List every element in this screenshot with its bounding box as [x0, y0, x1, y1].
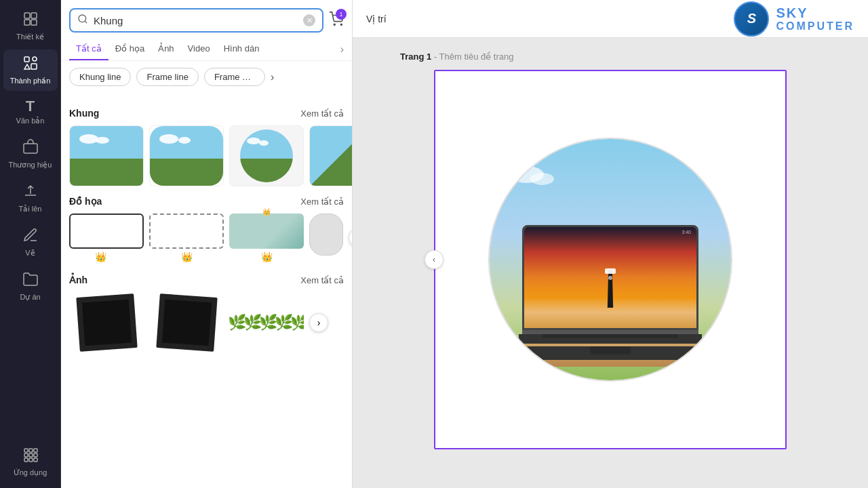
anh-see-all[interactable]: Xem tất cả: [300, 275, 344, 285]
crown-icon-1: 👑: [95, 251, 106, 262]
graphic-item-4[interactable]: [309, 214, 343, 262]
sky-text: SKY: [776, 5, 854, 20]
quick-filter-frame-squ[interactable]: Frame squ: [204, 68, 265, 86]
sidebar-item-tai-len[interactable]: Tải lên: [3, 178, 58, 219]
cart-button[interactable]: 1: [329, 12, 344, 30]
laptop-circle-frame: 3:40: [488, 138, 732, 382]
search-bar-container: ✕ 1: [61, 0, 352, 38]
sidebar-item-thiet-ke[interactable]: Thiết kế: [3, 5, 58, 47]
canvas-area: Vị trí S SKY COMPUTER Trang 1 - Thêm tiê…: [353, 0, 868, 488]
sidebar-item-ung-dung[interactable]: Ứng dụng: [3, 441, 58, 483]
sidebar-item-du-an[interactable]: Dự án: [3, 266, 58, 307]
tab-video[interactable]: Video: [181, 38, 217, 60]
tab-do-hoa[interactable]: Đồ họa: [108, 38, 151, 60]
quick-filters: Khung line Frame line Frame squ ›: [61, 61, 352, 93]
sidebar-item-label: Văn bản: [16, 117, 45, 125]
anh-next-arrow[interactable]: ›: [309, 313, 328, 332]
photo-item-2[interactable]: [149, 292, 224, 353]
frame-item-1[interactable]: [69, 125, 144, 186]
clear-search-button[interactable]: ✕: [303, 14, 315, 26]
sidebar-item-label: Dự án: [20, 293, 40, 302]
page-subtitle: - Thêm tiêu đề trang: [434, 52, 514, 62]
search-bar: ✕: [69, 8, 323, 33]
quick-filter-khung-line[interactable]: Khung line: [69, 68, 131, 86]
sidebar-item-label: Ứng dụng: [14, 468, 47, 477]
sidebar-item-label: Thương hiệu: [9, 161, 52, 169]
sidebar: Thiết kế Thành phần T Văn bản Thương hiệ…: [0, 0, 61, 488]
search-input[interactable]: [94, 15, 298, 26]
khung-title: Khung: [69, 108, 99, 119]
quick-filter-frame-line[interactable]: Frame line: [136, 68, 198, 86]
svg-rect-15: [24, 458, 28, 462]
sidebar-item-van-ban[interactable]: T Văn bản: [3, 94, 58, 131]
draw-icon: [22, 227, 39, 246]
tab-hinh-dan[interactable]: Hình dán: [217, 38, 267, 60]
svg-point-18: [79, 15, 86, 22]
svg-rect-14: [34, 453, 37, 457]
filter-tabs-arrow[interactable]: ›: [340, 43, 344, 56]
graphic-item-1[interactable]: 👑: [69, 214, 144, 262]
anh-grid: 🌿🌿🌿🌿🌿 ›: [69, 292, 344, 353]
svg-rect-4: [24, 57, 29, 62]
svg-rect-1: [31, 13, 37, 18]
sidebar-item-label: Thành phần: [10, 77, 51, 85]
graphic-item-2[interactable]: 👑: [149, 214, 224, 262]
frame-item-4[interactable]: [309, 125, 352, 186]
page-label: Trang 1 - Thêm tiêu đề trang: [400, 52, 513, 62]
graphic-box-3: 👑: [229, 214, 304, 249]
frame-item-3[interactable]: [229, 125, 304, 186]
sidebar-item-label: Vẽ: [25, 249, 35, 258]
khung-section-header: Khung Xem tất cả: [69, 108, 344, 119]
do-hoa-next-arrow[interactable]: ›: [349, 228, 352, 247]
sidebar-item-ve[interactable]: Vẽ: [3, 222, 58, 263]
search-icon: [77, 14, 88, 27]
filter-tabs: Tất cả Đồ họa Ảnh Video Hình dán ›: [61, 38, 352, 61]
tab-tat-ca[interactable]: Tất cả: [69, 38, 108, 60]
design-icon: [22, 11, 39, 30]
canvas-page[interactable]: 3:40: [434, 70, 787, 449]
tab-anh[interactable]: Ảnh: [151, 38, 180, 60]
crown-icon-2: 👑: [181, 251, 193, 262]
upload-icon: [22, 183, 39, 202]
khung-see-all[interactable]: Xem tất cả: [300, 108, 344, 119]
canvas-wrapper: ‹: [434, 70, 787, 449]
cart-badge: 1: [336, 9, 347, 20]
quick-filters-arrow[interactable]: ›: [271, 71, 274, 83]
photo-item-1[interactable]: [69, 292, 144, 353]
svg-rect-13: [29, 453, 33, 457]
graphic-box-1: [69, 214, 144, 249]
anh-section-header: Ảnh Xem tất cả: [69, 274, 344, 285]
graphic-item-3[interactable]: 👑 👑: [229, 214, 304, 262]
page-number: Trang 1: [400, 52, 431, 62]
sidebar-item-thuong-hieu[interactable]: Thương hiệu: [3, 134, 58, 175]
collapse-panel-button[interactable]: ‹: [425, 250, 443, 269]
components-icon: [22, 55, 39, 74]
svg-rect-2: [24, 20, 30, 25]
do-hoa-see-all[interactable]: Xem tất cả: [300, 197, 344, 207]
canvas-location: Vị trí: [366, 14, 387, 24]
photo-item-3[interactable]: 🌿🌿🌿🌿🌿: [229, 292, 304, 353]
svg-point-19: [334, 24, 335, 25]
svg-rect-3: [31, 20, 37, 25]
svg-marker-6: [24, 64, 30, 69]
svg-rect-9: [24, 449, 28, 452]
search-results: Khung Xem tất cả: [61, 93, 352, 488]
sidebar-item-label: Tải lên: [19, 205, 42, 214]
svg-rect-0: [24, 13, 30, 18]
frame-item-2[interactable]: [149, 125, 224, 186]
do-hoa-title: Đồ họa: [69, 196, 102, 207]
canvas-topbar: Vị trí S SKY COMPUTER: [353, 0, 868, 38]
crown-icon-3: 👑: [261, 251, 273, 262]
svg-rect-12: [24, 453, 28, 457]
do-hoa-grid: 👑 👑 👑 👑: [69, 214, 344, 262]
brand-icon: [22, 139, 39, 158]
graphic-box-2: [149, 214, 224, 249]
do-hoa-section-header: Đồ họa Xem tất cả: [69, 196, 344, 207]
sidebar-item-thanh-phan[interactable]: Thành phần: [3, 49, 58, 91]
project-icon: [22, 271, 39, 290]
svg-rect-11: [34, 449, 37, 452]
search-panel: ✕ 1 Tất cả Đồ họa Ảnh Video Hình dán › K…: [61, 0, 353, 488]
sky-logo-text: SKY COMPUTER: [776, 5, 854, 33]
apps-icon: [22, 447, 39, 466]
svg-rect-8: [24, 144, 37, 153]
